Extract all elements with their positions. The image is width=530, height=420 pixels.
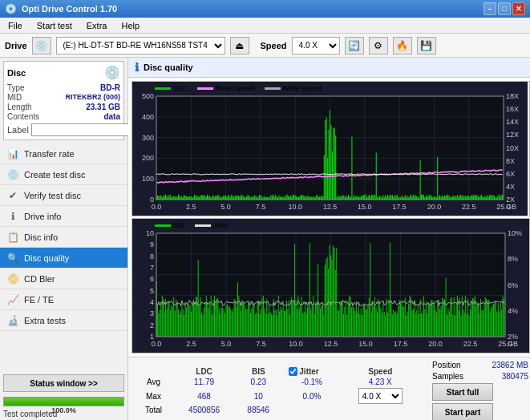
menu-extra[interactable]: Extra	[82, 19, 112, 32]
label-input[interactable]	[31, 123, 138, 136]
eject-btn[interactable]: ⏏	[230, 37, 249, 55]
content-area: ℹ Disc quality LDC Read speed	[128, 58, 530, 420]
length-value: 23.31 GB	[86, 103, 120, 111]
save-btn[interactable]: 💾	[417, 37, 436, 55]
speed-right-select[interactable]: 4.0 X	[358, 388, 403, 404]
samples-value: 380475	[502, 372, 528, 381]
drive-label: Drive	[5, 41, 27, 50]
progress-bar: 100.0%	[3, 397, 124, 406]
disc-title: Disc	[7, 68, 26, 78]
nav-items: 📊 Transfer rate 💿 Create test disc ✔ Ver…	[0, 143, 127, 371]
progress-label: 100.0%	[4, 406, 123, 415]
jitter-checkbox[interactable]	[289, 367, 297, 376]
legend-bis-label: BIS	[173, 221, 185, 229]
sidebar: Disc 💿 Type BD-R MID RITEKBR2 (000) Leng…	[0, 58, 128, 420]
max-bis: 10	[234, 387, 282, 405]
status-area: Status window >> 100.0% Test completed	[0, 371, 127, 420]
verify-test-disc-label: Verify test disc	[24, 191, 81, 200]
avg-bis: 0.23	[234, 377, 282, 387]
sidebar-item-transfer-rate[interactable]: 📊 Transfer rate	[0, 143, 127, 164]
jitter-header-label: Jitter	[299, 367, 318, 376]
max-label: Max	[133, 387, 174, 405]
disc-quality-label: Disc quality	[24, 253, 69, 263]
menu-file[interactable]: File	[3, 19, 27, 32]
menu-help[interactable]: Help	[116, 19, 144, 32]
top-chart-legend: LDC Read speed Write speed	[155, 84, 321, 92]
sidebar-item-verify-test-disc[interactable]: ✔ Verify test disc	[0, 185, 127, 206]
status-window-btn[interactable]: Status window >>	[3, 374, 124, 392]
main-layout: Disc 💿 Type BD-R MID RITEKBR2 (000) Leng…	[0, 58, 530, 420]
total-label: Total	[133, 405, 174, 415]
sidebar-item-cd-bler[interactable]: 📀 CD Bler	[0, 269, 127, 289]
fe-te-icon: 📈	[6, 294, 19, 305]
menu-start-test[interactable]: Start test	[32, 19, 77, 32]
total-jitter	[282, 405, 341, 415]
start-part-button[interactable]: Start part	[432, 403, 493, 420]
burn-btn[interactable]: 🔥	[393, 37, 412, 55]
sidebar-item-create-test-disc[interactable]: 💿 Create test disc	[0, 164, 127, 185]
avg-speed: 4.23 X	[342, 377, 419, 387]
stats-col-ldc: LDC	[174, 366, 234, 377]
legend-write-label: Write speed	[283, 84, 322, 92]
fe-te-label: FE / TE	[24, 295, 54, 305]
charts-area: LDC Read speed Write speed	[128, 78, 530, 357]
disc-quality-icon: 🔍	[6, 252, 19, 264]
top-chart: LDC Read speed Write speed	[131, 81, 530, 216]
toolbar: Drive 💿 (E:) HL-DT-ST BD-RE WH16NS58 TST…	[0, 34, 530, 58]
length-label: Length	[7, 103, 32, 111]
quality-title: Disc quality	[144, 63, 193, 72]
label-label: Label	[7, 125, 29, 135]
create-test-disc-label: Create test disc	[24, 170, 85, 180]
extra-tests-label: Extra tests	[24, 316, 66, 325]
progress-bar-fill	[4, 398, 123, 406]
stats-table: LDC BIS Jitter Speed Avg	[133, 366, 419, 415]
quality-header-icon: ℹ	[135, 61, 139, 74]
legend-read-speed: Read speed	[197, 84, 255, 92]
top-chart-canvas	[132, 82, 528, 216]
stats-col-jitter-check: Jitter	[282, 366, 341, 377]
speed-label: Speed	[261, 41, 287, 50]
title-bar: 💿 Opti Drive Control 1.70 – □ ✕	[0, 0, 530, 18]
stats-row-avg: Avg 11.79 0.23 -0.1% 4.23 X	[133, 377, 419, 387]
title-bar-left: 💿 Opti Drive Control 1.70	[5, 3, 117, 14]
legend-jitter: Jitter	[195, 221, 229, 229]
drive-icon-btn[interactable]: 💿	[32, 37, 51, 55]
legend-ldc: LDC	[155, 84, 188, 92]
maximize-button[interactable]: □	[498, 2, 511, 15]
contents-label: Contents	[7, 112, 39, 121]
cd-bler-label: CD Bler	[24, 274, 55, 284]
sidebar-item-fe-te[interactable]: 📈 FE / TE	[0, 289, 127, 310]
bottom-chart: BIS Jitter	[131, 218, 530, 353]
drive-select[interactable]: (E:) HL-DT-ST BD-RE WH16NS58 TST4	[56, 37, 225, 55]
sidebar-item-extra-tests[interactable]: 🔬 Extra tests	[0, 310, 127, 331]
sidebar-item-disc-info[interactable]: 📋 Disc info	[0, 227, 127, 248]
position-value: 23862 MB	[492, 361, 528, 370]
position-row: Position 23862 MB	[432, 361, 528, 370]
contents-value: data	[103, 112, 120, 121]
disc-panel: Disc 💿 Type BD-R MID RITEKBR2 (000) Leng…	[3, 61, 124, 140]
legend-write-speed: Write speed	[265, 84, 322, 92]
speed-select[interactable]: 4.0 X	[292, 37, 340, 55]
disc-info-label: Disc info	[24, 232, 58, 242]
app-icon: 💿	[5, 3, 17, 14]
legend-jitter-label: Jitter	[213, 221, 229, 229]
transfer-rate-label: Transfer rate	[24, 149, 75, 159]
sidebar-item-disc-quality[interactable]: 🔍 Disc quality	[0, 248, 127, 269]
bottom-chart-canvas	[132, 219, 529, 353]
menu-bar: File Start test Extra Help	[0, 18, 530, 34]
close-button[interactable]: ✕	[512, 2, 525, 15]
minimize-button[interactable]: –	[483, 2, 496, 15]
max-jitter: 0.0%	[282, 387, 341, 405]
title-bar-buttons: – □ ✕	[483, 2, 525, 15]
stats-row-total: Total 4500856 88546	[133, 405, 419, 415]
start-full-button[interactable]: Start full	[432, 383, 493, 401]
settings-btn[interactable]: ⚙	[369, 37, 388, 55]
mid-label: MID	[7, 93, 22, 102]
drive-info-icon: ℹ	[6, 211, 19, 222]
mid-value: RITEKBR2 (000)	[65, 93, 120, 102]
legend-read-label: Read speed	[216, 84, 255, 92]
sidebar-item-drive-info[interactable]: ℹ Drive info	[0, 206, 127, 227]
refresh-btn[interactable]: 🔄	[345, 37, 364, 55]
verify-test-disc-icon: ✔	[6, 190, 19, 201]
drive-info-label: Drive info	[24, 212, 61, 221]
